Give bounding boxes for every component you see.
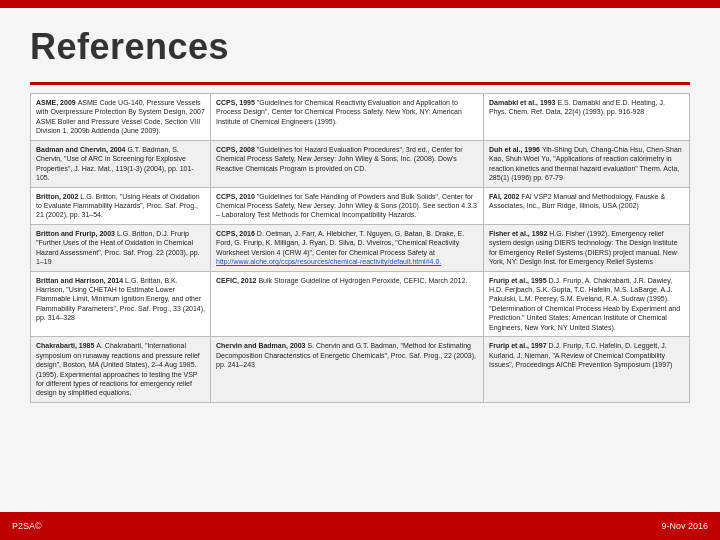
bottom-left-text: P2SA© [12, 521, 42, 531]
ref-cell: FAI, 2002 FAI VSP2 Manual and Methodolog… [483, 187, 689, 224]
ref-cell: CCPS, 2016 D. Oetman, J. Farr, A. Hlebic… [210, 224, 483, 271]
ref-cell: Chervin and Badman, 2003 S. Chervin and … [210, 337, 483, 403]
ref-cell: CEFIC, 2012 Bulk Storage Guideline of Hy… [210, 271, 483, 337]
ref-cell: Britton, 2002 L.G. Britton, "Using Heats… [31, 187, 211, 224]
content: References ASME, 2009 ASME Code UG-140, … [0, 8, 720, 413]
bottom-page: 9-Nov 2016 [661, 521, 708, 531]
ref-cell: Britton and Frurip, 2003 L.G. Britton, D… [31, 224, 211, 271]
ref-cell: Duh et al., 1996 Yih-Shing Duh, Chang-Ch… [483, 140, 689, 187]
ref-cell: CCPS, 2010 "Guidelines for Safe Handling… [210, 187, 483, 224]
bottom-bar: P2SA© 9-Nov 2016 [0, 512, 720, 540]
ref-cell: Damabki et al., 1993 E.S. Damabki and E.… [483, 94, 689, 141]
ref-cell: Brittan and Harrison, 2014 L.G. Brittan,… [31, 271, 211, 337]
top-bar [0, 0, 720, 8]
slide: References ASME, 2009 ASME Code UG-140, … [0, 0, 720, 540]
references-table: ASME, 2009 ASME Code UG-140, Pressure Ve… [30, 93, 690, 403]
ref-cell: Badman and Chervin, 2004 G.T. Badman, S.… [31, 140, 211, 187]
ref-cell: CCPS, 1995 "Guidelines for Chemical Reac… [210, 94, 483, 141]
ref-cell: Frurip et al., 1995 D.J. Frurip, A. Chak… [483, 271, 689, 337]
page-title: References [30, 26, 690, 68]
ref-cell: Frurip et al., 1997 D.J. Frurip, T.C. Ha… [483, 337, 689, 403]
ref-cell: Chakrabarti, 1985 A. Chakrabarti, "Inter… [31, 337, 211, 403]
ref-cell: CCPS, 2008 "Guidelines for Hazard Evalua… [210, 140, 483, 187]
title-divider [30, 82, 690, 85]
ref-cell: Fisher et al., 1992 H.G. Fisher (1992). … [483, 224, 689, 271]
ref-cell: ASME, 2009 ASME Code UG-140, Pressure Ve… [31, 94, 211, 141]
